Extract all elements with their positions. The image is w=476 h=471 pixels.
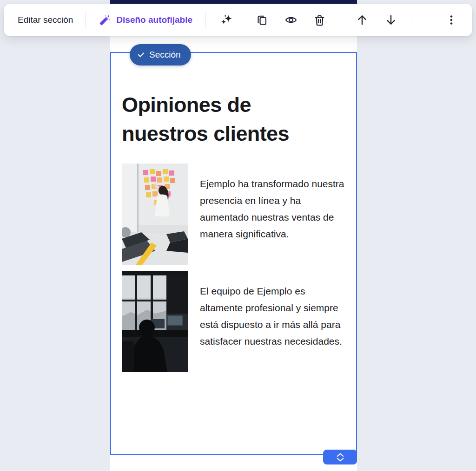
trash-icon — [313, 14, 326, 26]
kebab-menu-icon — [445, 14, 457, 26]
duplicate-button[interactable] — [251, 9, 273, 31]
testimonial-row: El equipo de Ejemplo es altamente profes… — [122, 271, 347, 372]
move-down-button[interactable] — [380, 9, 402, 31]
eye-icon — [284, 13, 298, 26]
section-heading[interactable]: Opiniones de nuestros clientes — [122, 91, 331, 148]
testimonial-text[interactable]: El equipo de Ejemplo es altamente profes… — [200, 271, 347, 350]
section-resize-handle[interactable] — [323, 450, 357, 464]
duplicate-icon — [256, 14, 268, 26]
arrow-up-icon — [356, 13, 369, 26]
toolbar-divider — [205, 12, 206, 28]
section-badge-label: Sección — [149, 50, 181, 60]
testimonials-list: Ejemplo ha transformado nuestra presenci… — [122, 164, 347, 372]
toolbar-divider — [341, 12, 341, 28]
chevron-down-icon — [336, 458, 344, 462]
more-options-button[interactable] — [441, 9, 462, 31]
testimonial-row: Ejemplo ha transformado nuestra presenci… — [122, 164, 347, 265]
delete-button[interactable] — [309, 9, 331, 31]
section-badge: Sección — [130, 44, 191, 65]
magic-wand-icon — [99, 14, 111, 26]
autofit-design-button[interactable]: Diseño autofijable — [92, 9, 199, 31]
arrow-down-icon — [384, 13, 397, 26]
chevron-up-icon — [336, 453, 344, 457]
toolbar-divider — [85, 12, 86, 28]
selected-section[interactable]: Sección Opiniones de nuestros clientes — [110, 52, 357, 455]
section-toolbar: Editar sección Diseño autofijable — [4, 4, 472, 36]
check-icon — [137, 51, 145, 59]
move-up-button[interactable] — [351, 9, 373, 31]
testimonial-text[interactable]: Ejemplo ha transformado nuestra presenci… — [200, 164, 347, 242]
toolbar-divider — [412, 12, 412, 28]
testimonial-photo-dark-office[interactable] — [122, 271, 188, 372]
testimonial-photo-office-whiteboard[interactable] — [122, 164, 188, 265]
edit-section-button[interactable]: Editar sección — [12, 9, 79, 31]
ai-sparkles-button[interactable] — [216, 9, 238, 31]
autofit-design-label: Diseño autofijable — [116, 15, 192, 25]
sparkles-icon — [220, 13, 234, 27]
preview-button[interactable] — [280, 9, 302, 31]
